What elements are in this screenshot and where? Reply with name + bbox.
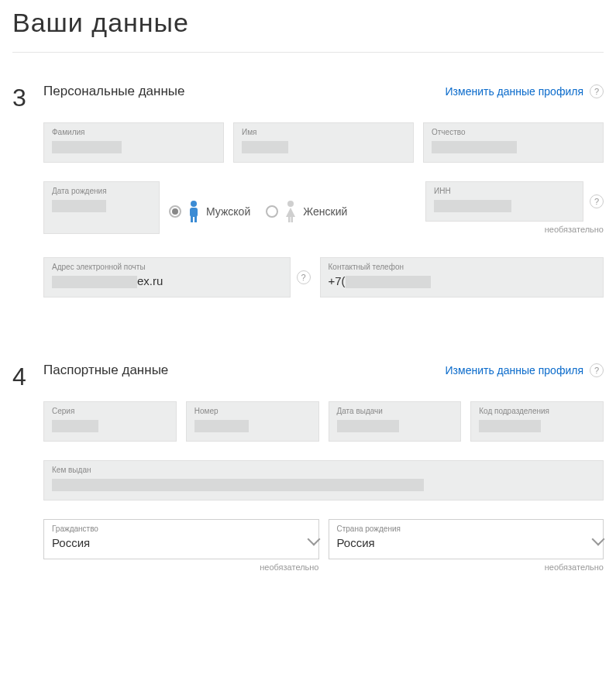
radio-icon: [169, 205, 181, 218]
dept-code-field[interactable]: Код подразделения: [470, 401, 604, 442]
svg-rect-2: [191, 215, 193, 222]
birth-country-label: Страна рождения: [337, 525, 596, 533]
issue-date-field[interactable]: Дата выдачи: [329, 401, 462, 442]
surname-label: Фамилия: [52, 128, 215, 136]
gender-male-radio[interactable]: Мужской: [169, 200, 250, 223]
citizenship-label: Гражданство: [52, 525, 311, 533]
section-passport: 4 Паспортные данные Изменить данные проф…: [12, 363, 604, 590]
edit-profile-link[interactable]: Изменить данные профиля ?: [446, 84, 604, 98]
issued-by-field[interactable]: Кем выдан: [43, 460, 604, 500]
step-number-4: 4: [12, 363, 43, 590]
gender-group: Мужской Женский: [169, 181, 416, 234]
help-icon[interactable]: ?: [590, 194, 604, 208]
svg-point-0: [191, 201, 197, 207]
section-title-personal: Персональные данные: [43, 84, 185, 99]
issue-date-label: Дата выдачи: [337, 407, 453, 415]
email-suffix: ex.ru: [137, 274, 163, 287]
phone-label: Контактный телефон: [329, 263, 596, 271]
optional-hint: необязательно: [329, 562, 604, 572]
phone-field[interactable]: Контактный телефон +7(: [320, 257, 604, 298]
number-label: Номер: [194, 407, 311, 415]
name-field[interactable]: Имя: [233, 122, 414, 163]
surname-field[interactable]: Фамилия: [43, 122, 224, 163]
svg-rect-6: [291, 215, 294, 222]
step-number-3: 3: [12, 84, 43, 316]
svg-rect-5: [288, 215, 291, 222]
section-personal: 3 Персональные данные Изменить данные пр…: [12, 84, 604, 316]
number-field[interactable]: Номер: [186, 401, 319, 442]
birth-country-select[interactable]: Страна рождения Россия: [329, 519, 604, 559]
series-field[interactable]: Серия: [43, 401, 177, 442]
help-icon[interactable]: ?: [590, 363, 604, 377]
dept-code-label: Код подразделения: [479, 407, 595, 415]
male-label: Мужской: [206, 205, 250, 218]
optional-hint: необязательно: [425, 225, 604, 234]
citizenship-select[interactable]: Гражданство Россия: [43, 519, 319, 559]
patronymic-field[interactable]: Отчество: [423, 122, 604, 163]
section-title-passport: Паспортные данные: [43, 363, 168, 378]
patronymic-label: Отчество: [432, 128, 595, 136]
male-icon: [186, 200, 201, 223]
email-field[interactable]: Адрес электронной почты ex.ru: [43, 257, 291, 298]
dob-field[interactable]: Дата рождения: [43, 181, 160, 234]
series-label: Серия: [52, 407, 168, 415]
female-label: Женский: [303, 205, 347, 218]
edit-profile-label: Изменить данные профиля: [446, 364, 583, 377]
divider: [12, 52, 604, 53]
female-icon: [283, 200, 298, 223]
edit-profile-label: Изменить данные профиля: [446, 85, 583, 98]
edit-profile-link[interactable]: Изменить данные профиля ?: [446, 363, 604, 377]
optional-hint: необязательно: [43, 562, 319, 572]
name-label: Имя: [242, 128, 405, 136]
help-icon[interactable]: ?: [297, 270, 311, 284]
birth-country-value: Россия: [337, 536, 375, 549]
dob-label: Дата рождения: [52, 187, 151, 195]
gender-female-radio[interactable]: Женский: [266, 200, 347, 223]
issued-by-label: Кем выдан: [52, 466, 595, 474]
email-label: Адрес электронной почты: [52, 263, 282, 271]
svg-rect-3: [194, 215, 197, 222]
svg-point-4: [287, 201, 294, 207]
radio-icon: [266, 205, 278, 218]
citizenship-value: Россия: [52, 536, 90, 549]
inn-field[interactable]: ИНН: [425, 181, 583, 222]
inn-label: ИНН: [434, 187, 575, 195]
help-icon[interactable]: ?: [590, 84, 604, 98]
phone-prefix: +7(: [329, 274, 346, 287]
page-title: Ваши данные: [12, 8, 604, 38]
